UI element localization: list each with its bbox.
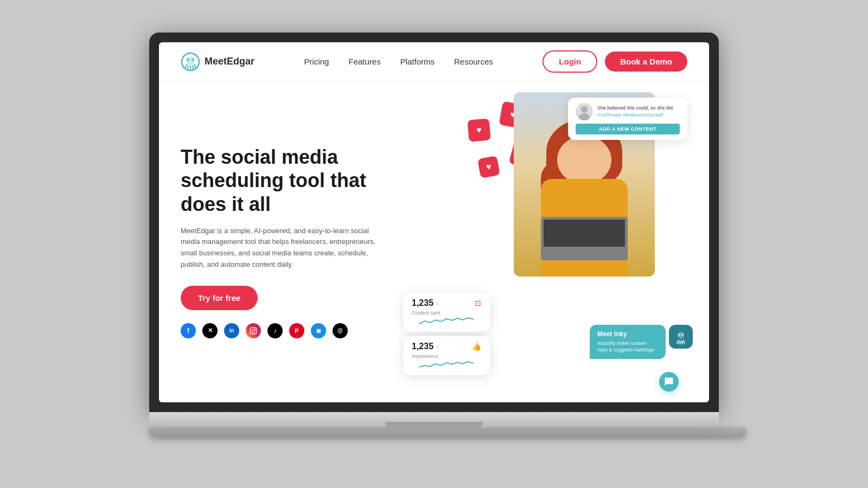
svg-point-14 [679, 334, 680, 335]
twitter-icon: ✕ [202, 323, 218, 338]
svg-point-9 [581, 106, 588, 113]
pinterest-icon: P [289, 323, 304, 338]
nav-features[interactable]: Features [348, 57, 380, 66]
stat-label-2: Impressions [412, 354, 481, 359]
stat-label-1: Content Sent [412, 310, 481, 316]
laptop-outer: MeetEdgar Pricing Features Platforms Res… [149, 33, 719, 455]
chat-widget[interactable] [659, 372, 679, 391]
svg-point-5 [193, 59, 194, 60]
stat-card-content-sent: 1,235 ↑ ⊡ Content Sent [403, 293, 490, 332]
stat-card-impressions: 1,235 ↑ 👍 Impressions [403, 336, 490, 375]
buffer-icon: ▣ [311, 323, 326, 338]
tiktok-icon: ♪ [267, 323, 283, 338]
svg-point-4 [187, 59, 188, 60]
svg-point-7 [252, 329, 255, 332]
hero-description: MeetEdgar is a simple, AI-powered, and e… [181, 226, 387, 271]
social-icons-row: f ✕ in ♪ P ▣ @ [181, 323, 414, 338]
inky-bubble: Meet Inky Instantly writes custom copy &… [590, 325, 666, 359]
laptop-stand [149, 427, 746, 437]
stat-icon-2: 👍 [472, 342, 481, 351]
svg-point-8 [254, 329, 256, 330]
notif-text: She believed she could, so she did. #Gir… [597, 105, 674, 118]
navbar: MeetEdgar Pricing Features Platforms Res… [159, 42, 709, 81]
stat-number-2: 1,235 ↑ [412, 342, 439, 351]
hero-left: The social media scheduling tool that do… [181, 145, 414, 338]
notif-top: She believed she could, so she did. #Gir… [576, 103, 680, 120]
inky-description: Instantly writes custom copy & suggests … [597, 340, 658, 354]
linkedin-icon: in [224, 323, 239, 338]
laptop-base [149, 412, 719, 427]
facebook-icon: f [181, 323, 196, 338]
inky-avatar [669, 325, 693, 349]
stat-icon-1: ⊡ [475, 299, 481, 307]
stat-number-1: 1,235 ↑ [412, 298, 439, 308]
laptop-screen: MeetEdgar Pricing Features Platforms Res… [159, 42, 709, 402]
logo[interactable]: MeetEdgar [181, 52, 254, 72]
nav-actions: Login Book a Demo [542, 50, 687, 73]
svg-point-11 [678, 332, 684, 338]
inky-card: Meet Inky Instantly writes custom copy &… [590, 325, 693, 359]
svg-rect-6 [250, 328, 257, 334]
nav-platforms[interactable]: Platforms [400, 57, 435, 66]
laptop-bezel: MeetEdgar Pricing Features Platforms Res… [149, 33, 719, 412]
login-button[interactable]: Login [542, 50, 597, 73]
heart-bubble-2: ♥ [467, 118, 490, 142]
notification-card: She believed she could, so she did. #Gir… [568, 98, 687, 140]
person-face [557, 136, 611, 184]
laptop-prop [541, 217, 628, 260]
add-content-button[interactable]: ADD A NEW CONTENT [576, 124, 680, 134]
inky-name: Meet Inky [597, 330, 658, 338]
logo-text: MeetEdgar [205, 56, 254, 67]
nav-pricing[interactable]: Pricing [304, 57, 329, 66]
hero-headline: The social media scheduling tool that do… [181, 145, 414, 216]
stat-wave-2 [412, 359, 481, 370]
instagram-icon [246, 323, 261, 338]
notif-avatar [576, 103, 593, 120]
svg-point-10 [579, 113, 590, 120]
stat-wave-1 [412, 316, 481, 326]
hero-right: ♥ ♥ ♥ ♥ [414, 81, 687, 402]
nav-links: Pricing Features Platforms Resources [304, 57, 493, 67]
try-free-button[interactable]: Try for free [181, 286, 258, 310]
site-wrapper: MeetEdgar Pricing Features Platforms Res… [159, 42, 709, 402]
svg-point-15 [682, 334, 683, 335]
threads-icon: @ [333, 323, 348, 338]
logo-icon [181, 52, 200, 72]
stat-top-1: 1,235 ↑ ⊡ [412, 298, 481, 308]
stat-top-2: 1,235 ↑ 👍 [412, 342, 481, 351]
nav-resources[interactable]: Resources [454, 57, 493, 66]
book-demo-button[interactable]: Book a Demo [605, 52, 687, 72]
hero-section: The social media scheduling tool that do… [159, 81, 709, 402]
heart-bubble-4: ♥ [477, 156, 500, 178]
